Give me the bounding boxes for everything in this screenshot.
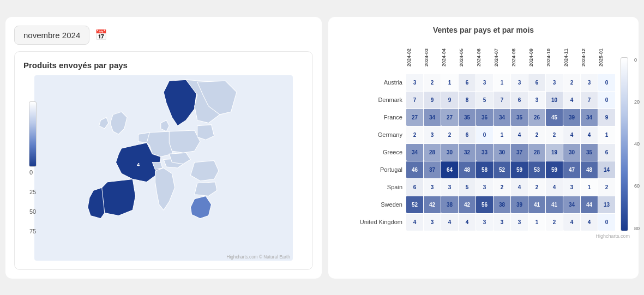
right-panel: Ventes par pays et par mois 2024-022024-… — [328, 17, 639, 279]
heat-cell: 6 — [459, 74, 476, 91]
table-row: Denmark7998576310470 — [337, 91, 616, 109]
row-label: Germany — [337, 126, 406, 143]
heat-cell: 3 — [441, 178, 459, 196]
heat-cell: 3 — [476, 74, 493, 91]
col-header: 2024-12 — [581, 41, 598, 74]
row-label: Sweden — [337, 196, 406, 213]
row-label: United Kingdom — [337, 213, 406, 231]
heat-cell: 5 — [476, 91, 493, 109]
heat-cell: 9 — [424, 91, 441, 109]
col-header: 2024-11 — [563, 41, 581, 74]
heat-cell: 2 — [406, 126, 424, 143]
heat-cell: 32 — [459, 143, 476, 161]
colorbar-bar — [621, 57, 628, 231]
heat-cell: 0 — [476, 126, 493, 143]
col-header: 2025-01 — [598, 41, 616, 74]
heat-cell: 59 — [546, 161, 563, 178]
heat-cell: 4 — [459, 213, 476, 231]
heat-cell: 48 — [459, 161, 476, 178]
heat-cell: 30 — [493, 143, 511, 161]
heat-cell: 59 — [511, 161, 528, 178]
heat-cell: 3 — [546, 74, 563, 91]
heat-cell: 52 — [406, 196, 424, 213]
heat-cell: 46 — [406, 161, 424, 178]
table-row: Portugal463764485852595359474814 — [337, 161, 616, 178]
row-label: Greece — [337, 143, 406, 161]
heat-cell: 1 — [441, 74, 459, 91]
colorbar-label: 20 — [634, 99, 640, 105]
table-row: Germany232601422441 — [337, 126, 616, 143]
heat-cell: 6 — [598, 143, 616, 161]
heat-cell: 1 — [528, 213, 546, 231]
heat-cell: 41 — [546, 196, 563, 213]
heat-cell: 34 — [406, 143, 424, 161]
table-row: Austria321631363230 — [337, 74, 616, 91]
heat-cell: 26 — [528, 109, 546, 126]
heat-cell: 58 — [476, 161, 493, 178]
heat-cell: 35 — [511, 109, 528, 126]
heat-cell: 34 — [581, 109, 598, 126]
heat-cell: 34 — [424, 109, 441, 126]
colorbar-label: 80 — [634, 226, 640, 231]
heat-cell: 36 — [476, 109, 493, 126]
heat-cell: 42 — [424, 196, 441, 213]
table-row: France27342735363435264539349 — [337, 109, 616, 126]
heat-cell: 5 — [459, 178, 476, 196]
heat-cell: 28 — [528, 143, 546, 161]
heat-cell: 3 — [476, 213, 493, 231]
heat-cell: 2 — [528, 178, 546, 196]
heat-cell: 3 — [424, 178, 441, 196]
heat-cell: 53 — [528, 161, 546, 178]
heat-cell: 4 — [546, 178, 563, 196]
heat-cell: 0 — [598, 74, 616, 91]
heat-cell: 37 — [511, 143, 528, 161]
heat-cell: 2 — [441, 126, 459, 143]
heat-cell: 3 — [476, 178, 493, 196]
svg-text:4: 4 — [137, 161, 140, 167]
heat-cell: 1 — [493, 126, 511, 143]
heat-cell: 4 — [581, 213, 598, 231]
heat-cell: 7 — [493, 91, 511, 109]
heat-cell: 37 — [424, 161, 441, 178]
europe-map-svg: 4 — [23, 75, 304, 261]
heatmap-title: Ventes par pays et par mois — [337, 26, 630, 34]
left-panel: novembre 2024 📅 Produits envoyés par pay… — [5, 17, 322, 279]
heat-cell: 4 — [511, 178, 528, 196]
heat-cell: 35 — [459, 109, 476, 126]
heat-cell: 34 — [563, 196, 581, 213]
heat-cell: 1 — [493, 74, 511, 91]
row-label: Denmark — [337, 91, 406, 109]
heat-cell: 38 — [493, 196, 511, 213]
col-header: 2024-10 — [546, 41, 563, 74]
heat-cell: 42 — [459, 196, 476, 213]
col-header: 2024-05 — [459, 41, 476, 74]
heat-cell: 19 — [546, 143, 563, 161]
heat-cell: 3 — [493, 213, 511, 231]
map-area: 0 25 50 75 — [23, 75, 304, 261]
heat-cell: 3 — [511, 213, 528, 231]
table-row: Sweden524238425638394141344413 — [337, 196, 616, 213]
col-header: 2024-07 — [493, 41, 511, 74]
heat-cell: 2 — [528, 126, 546, 143]
date-display[interactable]: novembre 2024 — [14, 26, 89, 45]
heat-cell: 7 — [406, 91, 424, 109]
heat-cell: 38 — [441, 196, 459, 213]
heat-cell: 9 — [598, 109, 616, 126]
calendar-icon[interactable]: 📅 — [95, 29, 107, 41]
heat-cell: 3 — [406, 74, 424, 91]
heat-cell: 2 — [493, 178, 511, 196]
heat-cell: 4 — [563, 213, 581, 231]
heat-cell: 7 — [581, 91, 598, 109]
heat-cell: 1 — [581, 178, 598, 196]
heat-cell: 14 — [598, 161, 616, 178]
legend-label-25: 25 — [29, 189, 36, 195]
date-input-row: novembre 2024 📅 — [14, 26, 313, 45]
table-row: Greece34283032333037281930356 — [337, 143, 616, 161]
heat-cell: 28 — [424, 143, 441, 161]
col-header: 2024-09 — [528, 41, 546, 74]
heat-cell: 6 — [459, 126, 476, 143]
row-label: Portugal — [337, 161, 406, 178]
colorbar-label: 60 — [634, 183, 640, 189]
heat-cell: 10 — [546, 91, 563, 109]
heatmap-colorbar: 020406080 — [619, 41, 630, 231]
